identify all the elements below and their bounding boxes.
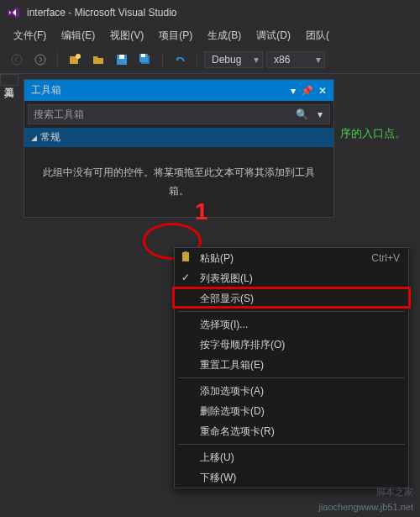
context-menu-label: 按字母顺序排序(O) — [200, 338, 285, 352]
toolbox-close-icon[interactable]: ✕ — [318, 85, 327, 97]
menu-view[interactable]: 视图(V) — [103, 27, 150, 45]
context-menu-item[interactable]: 全部显示(S) — [175, 288, 408, 309]
menu-edit[interactable]: 编辑(E) — [55, 27, 102, 45]
menu-file[interactable]: 文件(F) — [7, 27, 53, 45]
menu-team[interactable]: 团队( — [299, 27, 336, 45]
context-menu-label: 删除选项卡(D) — [200, 404, 265, 419]
new-project-button[interactable] — [65, 50, 85, 70]
titlebar: interface - Microsoft Visual Studio — [0, 0, 420, 25]
expand-icon: ◢ — [31, 134, 37, 142]
toolbox-search-row: 🔍 ▾ — [28, 104, 330, 124]
nav-back-button[interactable] — [7, 50, 27, 70]
toolbox-dropdown-icon[interactable]: ▾ — [291, 85, 296, 97]
toolbar-separator — [197, 52, 197, 67]
context-menu-item: 下移(W) — [175, 467, 408, 488]
context-menu-item[interactable]: 粘贴(P)Ctrl+V — [175, 248, 408, 268]
menu-project[interactable]: 项目(P) — [152, 27, 199, 45]
toolbar: Debug x86 — [0, 45, 420, 74]
toolbox-pin-icon[interactable]: 📌 — [301, 85, 313, 97]
context-menu-item: 重命名选项卡(R) — [175, 421, 408, 441]
save-all-button[interactable] — [135, 50, 155, 70]
config-dropdown[interactable]: Debug — [204, 51, 263, 68]
search-clear-icon[interactable]: ▾ — [311, 108, 329, 120]
context-menu-item: 上移(U) — [175, 447, 408, 467]
toolbar-separator — [162, 52, 163, 67]
annotation-label-1: 1 — [195, 198, 208, 225]
svg-rect-10 — [184, 251, 187, 253]
toolbox-empty-message: 此组中没有可用的控件。将某项拖至此文本可将其添加到工具箱。 — [24, 147, 333, 217]
context-menu-label: 添加选项卡(A) — [200, 384, 264, 398]
context-menu-separator — [178, 311, 405, 312]
menubar: 文件(F) 编辑(E) 视图(V) 项目(P) 生成(B) 调试(D) 团队( — [0, 25, 420, 45]
context-menu-separator — [178, 377, 405, 378]
context-menu-shortcut: Ctrl+V — [371, 252, 400, 264]
toolbox-search-input[interactable] — [29, 105, 292, 124]
menu-build[interactable]: 生成(B) — [201, 27, 248, 45]
context-menu-label: 重置工具箱(E) — [200, 358, 264, 372]
svg-rect-8 — [141, 54, 145, 57]
context-menu-item[interactable]: 选择项(I)... — [175, 314, 408, 335]
context-menu-separator — [178, 444, 405, 445]
context-menu-item[interactable]: 添加选项卡(A) — [175, 381, 408, 401]
context-menu-item[interactable]: 重置工具箱(E) — [175, 355, 408, 375]
context-menu-label: 选择项(I)... — [200, 318, 248, 332]
menu-debug[interactable]: 调试(D) — [249, 27, 297, 45]
context-menu-label: 下移(W) — [200, 471, 236, 485]
context-menu-label: 全部显示(S) — [200, 292, 254, 306]
context-menu-label: 重命名选项卡(R) — [200, 425, 275, 439]
watermark-text-2: jiaochengwww.jb51.net — [318, 502, 413, 512]
context-menu-item: 删除选项卡(D) — [175, 401, 408, 421]
context-menu-item[interactable]: 按字母顺序排序(O) — [175, 335, 408, 355]
toolbox-header: 工具箱 ▾ 📌 ✕ — [24, 80, 333, 101]
context-menu: 粘贴(P)Ctrl+V✓列表视图(L)全部显示(S)选择项(I)...按字母顺序… — [174, 247, 409, 488]
context-menu-label: 列表视图(L) — [200, 272, 253, 286]
window-title: interface - Microsoft Visual Studio — [27, 7, 177, 18]
svg-point-0 — [12, 55, 22, 65]
toolbar-separator — [57, 52, 58, 67]
save-button[interactable] — [112, 50, 132, 70]
svg-point-1 — [35, 55, 45, 65]
context-menu-label: 粘贴(P) — [200, 251, 234, 266]
platform-value: x86 — [274, 54, 290, 66]
sidebar-tab-toolbox[interactable]: 工具箱 — [0, 74, 18, 86]
category-label: 常规 — [40, 130, 60, 145]
config-value: Debug — [212, 54, 241, 66]
context-menu-item[interactable]: ✓列表视图(L) — [175, 268, 408, 288]
vs-logo-icon — [7, 6, 20, 19]
toolbox-panel: 工具箱 ▾ 📌 ✕ 🔍 ▾ ◢ 常规 此组中没有可用的控件。将某项拖至此文本可将… — [24, 79, 334, 218]
svg-point-3 — [76, 54, 81, 59]
search-icon[interactable]: 🔍 — [292, 108, 311, 120]
undo-button[interactable] — [170, 50, 190, 70]
toolbox-title: 工具箱 — [31, 83, 61, 98]
paste-icon — [180, 251, 193, 264]
svg-rect-9 — [182, 252, 189, 261]
check-icon: ✓ — [181, 272, 190, 283]
nav-fwd-button[interactable] — [30, 50, 50, 70]
toolbox-category[interactable]: ◢ 常规 — [24, 128, 333, 147]
watermark-text-1: 脚本之家 — [376, 486, 413, 499]
platform-dropdown[interactable]: x86 — [266, 51, 325, 68]
svg-rect-5 — [119, 55, 124, 59]
editor-hint-text: 序的入口点。 — [340, 126, 406, 141]
context-menu-label: 上移(U) — [200, 451, 234, 465]
open-button[interactable] — [88, 50, 108, 70]
